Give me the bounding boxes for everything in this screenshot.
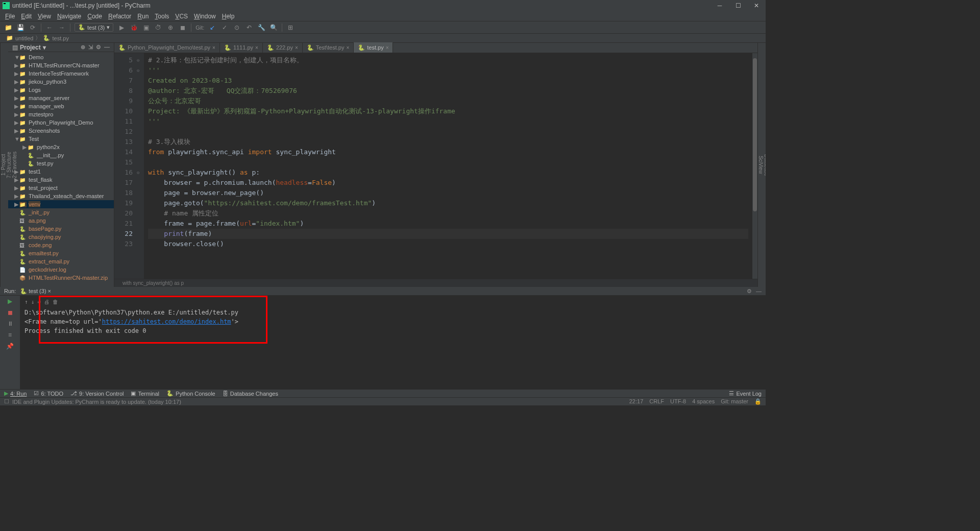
stop-icon[interactable]: ◼ — [179, 23, 187, 32]
pyconsole-tool-button[interactable]: 🐍 Python Console — [166, 390, 215, 397]
tree-item[interactable]: 🐍chaojiying.py — [8, 233, 114, 241]
coverage-icon[interactable]: ▣ — [142, 23, 150, 32]
tree-item[interactable]: 🐍__init__.py — [8, 151, 114, 159]
menu-vcs[interactable]: VCS — [172, 13, 191, 20]
collapse-icon[interactable]: ⇲ — [88, 44, 93, 51]
tree-item[interactable]: 🐍_init_.py — [8, 208, 114, 216]
menu-navigate[interactable]: Navigate — [54, 13, 84, 20]
editor-tab[interactable]: 🐍test.py× — [354, 42, 393, 53]
menu-help[interactable]: Help — [219, 13, 238, 20]
menu-code[interactable]: Code — [84, 13, 105, 20]
rail-favorites[interactable]: 2: Favorites — [12, 45, 17, 285]
tree-item[interactable]: ▶📁test1 — [8, 167, 114, 176]
close-icon[interactable]: × — [346, 45, 349, 51]
tree-item[interactable]: 🖼aa.png — [8, 216, 114, 225]
run-tab[interactable]: 🐍 test (3) × — [20, 288, 51, 295]
tree-item[interactable]: ▶📁Python_Playwright_Demo — [8, 118, 114, 127]
split-icon[interactable]: ⊞ — [286, 23, 295, 32]
minimize-button[interactable]: ─ — [717, 3, 723, 9]
open-icon[interactable]: 📁 — [4, 23, 12, 32]
tree-item[interactable]: ▼📁Test — [8, 135, 114, 143]
todo-tool-button[interactable]: ☑ 6: TODO — [34, 390, 63, 397]
menu-view[interactable]: View — [35, 13, 54, 20]
print-icon[interactable]: 🖨 — [44, 298, 50, 307]
fold-gutter[interactable]: ⊖⊖ ⊖ — [137, 53, 144, 279]
tree-item[interactable]: ▶📁manager_server — [8, 94, 114, 102]
tree-item[interactable]: ▶📁test_flask — [8, 176, 114, 184]
run-config-selector[interactable]: 🐍 test (3) ▾ — [75, 23, 113, 32]
gear-icon[interactable]: ⚙ — [747, 288, 752, 295]
encoding[interactable]: UTF-8 — [670, 398, 686, 405]
tree-item[interactable]: ▶📁venv — [8, 200, 114, 208]
trash-icon[interactable]: 🗑 — [53, 298, 58, 307]
code-content[interactable]: # 2.注释：包括记录创建时间，创建人，项目名称。'''Created on 2… — [144, 53, 752, 279]
db-tool-button[interactable]: 🗄 Database Changes — [223, 391, 278, 397]
menu-edit[interactable]: Edit — [18, 13, 35, 20]
editor-tab[interactable]: 🐍Python_Playwright_Demo\test.py× — [114, 42, 220, 53]
breadcrumb-root[interactable]: 📁untitled — [4, 35, 35, 41]
console-link[interactable]: https://sahitest.com/demo/index.htm — [102, 318, 231, 325]
menu-file[interactable]: File — [2, 13, 18, 20]
tree-item[interactable]: ▶📁python2x — [8, 143, 114, 151]
git-revert-icon[interactable]: ↶ — [245, 23, 253, 32]
tree-item[interactable]: 📄geckodriver.log — [8, 266, 114, 274]
rail-structure[interactable]: 7: Structure — [6, 45, 12, 285]
wrap-icon[interactable]: ⏎ — [37, 298, 41, 307]
profile-icon[interactable]: ⏱ — [154, 23, 162, 32]
breadcrumb-file[interactable]: 🐍test.py — [41, 35, 70, 41]
menu-tools[interactable]: Tools — [152, 13, 172, 20]
tree-item[interactable]: ▶📁test_project — [8, 184, 114, 192]
tree-item[interactable]: ▶📁mztestpro — [8, 110, 114, 118]
search-icon[interactable]: 🔍 — [270, 23, 278, 32]
code-editor[interactable]: 567891011121314151617181920212223 ⊖⊖ ⊖ #… — [114, 53, 757, 279]
rerun-icon[interactable]: ▶ — [8, 298, 12, 305]
editor-tab[interactable]: 🐍222.py× — [263, 42, 303, 53]
git-branch[interactable]: Git: master — [721, 398, 748, 405]
git-update-icon[interactable]: ↙ — [208, 23, 216, 32]
hide-icon[interactable]: — — [104, 44, 110, 51]
pause-icon[interactable]: ⏸ — [7, 320, 13, 327]
tree-item[interactable]: ▶📁manager_web — [8, 102, 114, 110]
console-output[interactable]: ↑ ↓ ⏎ 🖨 🗑 D:\software\Python\Python37\py… — [20, 296, 766, 389]
tree-item[interactable]: ▶📁Thailand_xsteach_dev-master — [8, 192, 114, 200]
maximize-button[interactable]: ☐ — [735, 3, 741, 9]
tree-item[interactable]: 🖼code.png — [8, 241, 114, 249]
tree-item[interactable]: ▶📁Logs — [8, 86, 114, 94]
git-history-icon[interactable]: ⊙ — [233, 23, 241, 32]
stop-icon[interactable]: ◼ — [8, 309, 13, 316]
tree-item[interactable]: ▶📁jiekou_python3 — [8, 78, 114, 86]
run-icon[interactable]: ▶ — [117, 23, 126, 32]
menu-window[interactable]: Window — [191, 13, 219, 20]
cursor-position[interactable]: 22:17 — [629, 398, 644, 405]
debug-icon[interactable]: 🐞 — [130, 23, 138, 32]
tree-item[interactable]: 🐍extract_email.py — [8, 257, 114, 266]
attach-icon[interactable]: ⊕ — [166, 23, 175, 32]
back-icon[interactable]: ← — [45, 23, 54, 32]
sync-icon[interactable]: ⟳ — [29, 23, 37, 32]
tree-item[interactable]: 🐍basePage.py — [8, 225, 114, 233]
close-icon[interactable]: × — [255, 45, 258, 51]
tree-item[interactable]: 📦HTMLTestRunnerCN-master.zip — [8, 274, 114, 282]
terminal-tool-button[interactable]: ▣ Terminal — [131, 390, 159, 397]
dropdown-icon[interactable]: ▾ — [43, 44, 46, 51]
close-icon[interactable]: × — [295, 45, 298, 51]
up-icon[interactable]: ↑ — [24, 298, 28, 307]
editor-breadcrumb[interactable]: with sync_playwright() as p — [114, 279, 757, 287]
forward-icon[interactable]: → — [58, 23, 66, 32]
editor-tab[interactable]: 🐍1111.py× — [220, 42, 263, 53]
menu-refactor[interactable]: Refactor — [105, 13, 134, 20]
close-icon[interactable]: × — [212, 45, 215, 51]
tree-item[interactable]: ▶📁HTMLTestRunnerCN-master — [8, 61, 114, 69]
rail-project[interactable]: 1: Project — [1, 45, 6, 285]
rail-database[interactable]: Database — [764, 45, 766, 285]
pin-icon[interactable]: 📌 — [6, 343, 14, 350]
gear-icon[interactable]: ⚙ — [96, 44, 101, 51]
tree-item[interactable]: ▶📁Screenshots — [8, 127, 114, 135]
git-commit-icon[interactable]: ✓ — [220, 23, 229, 32]
editor-scrollbar[interactable] — [752, 53, 757, 279]
close-button[interactable]: ✕ — [753, 3, 760, 9]
tree-item[interactable]: 🐍test.py — [8, 159, 114, 167]
tree-item[interactable]: 🐍emailtest.py — [8, 249, 114, 257]
indent-info[interactable]: 4 spaces — [692, 398, 715, 405]
line-separator[interactable]: CRLF — [649, 398, 664, 405]
